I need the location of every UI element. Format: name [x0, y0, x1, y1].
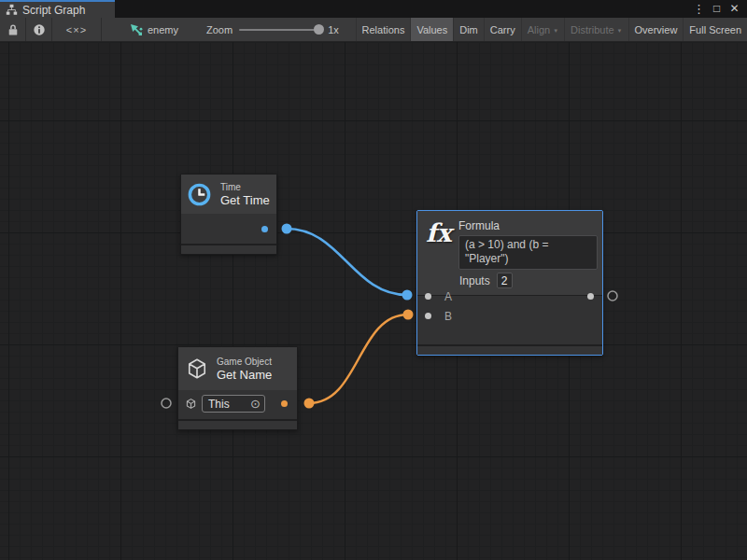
inputs-count-field[interactable]: 2	[497, 273, 513, 288]
align-label: Align	[528, 24, 550, 35]
script-graph-icon	[6, 4, 18, 16]
get-name-footer	[178, 419, 297, 429]
script-graph-window: Script Graph ⋮ □ ✕ <×>	[0, 0, 747, 560]
zoom-value: 1x	[328, 24, 339, 35]
formula-result-port[interactable]	[587, 293, 594, 300]
carry-label: Carry	[490, 24, 515, 35]
zoom-slider-handle[interactable]	[314, 24, 324, 35]
get-time-output-port[interactable]	[261, 226, 268, 232]
inputs-label: Inputs	[459, 274, 490, 287]
node-title: Formula	[458, 219, 500, 232]
values-button[interactable]: Values	[410, 18, 453, 41]
wire-endpoint-getname-output[interactable]	[304, 399, 315, 409]
distribute-button[interactable]: Distribute ▼	[564, 18, 627, 41]
getname-target-external-port[interactable]	[162, 399, 171, 408]
formula-port-a[interactable]	[425, 293, 431, 300]
formula-footer	[417, 344, 602, 355]
values-label: Values	[416, 24, 447, 35]
formula-expression-input[interactable]: (a > 10) and (b = "Player")	[458, 235, 598, 270]
get-name-header: Game Object Get Name	[178, 347, 297, 390]
relations-button[interactable]: Relations	[356, 18, 411, 41]
relations-label: Relations	[362, 24, 405, 35]
chevron-down-icon: ▼	[553, 28, 558, 34]
connections-layer	[0, 42, 747, 560]
node-get-time[interactable]: Time Get Time	[180, 174, 277, 255]
node-get-name[interactable]: Game Object Get Name This ⊙	[177, 346, 298, 430]
formula-port-b[interactable]	[425, 313, 431, 319]
tab-title: Script Graph	[22, 4, 85, 17]
get-time-labels: Time Get Time	[220, 182, 270, 207]
overview-label: Overview	[635, 24, 678, 35]
node-formula[interactable]: fx Formula (a > 10) and (b = "Player") I…	[416, 210, 603, 356]
wire-gettime-to-formula-a[interactable]	[287, 229, 407, 295]
zoom-label: Zoom	[206, 24, 233, 35]
chevron-down-icon: ▼	[617, 28, 623, 34]
align-button[interactable]: Align ▼	[521, 18, 564, 41]
clock-icon	[187, 182, 212, 207]
get-name-output-port[interactable]	[281, 400, 288, 407]
toolbar-separator	[101, 18, 102, 41]
lock-icon	[7, 23, 19, 36]
graph-canvas[interactable]: Time Get Time fx Formula (a > 10) and (b…	[0, 42, 747, 560]
overview-button[interactable]: Overview	[628, 18, 684, 41]
close-icon[interactable]: ✕	[726, 1, 742, 17]
formula-port-a-label: A	[444, 290, 452, 303]
node-title: Get Name	[217, 368, 272, 382]
target-object-dropdown[interactable]: This ⊙	[202, 395, 265, 413]
target-value: This	[208, 398, 250, 411]
graph-name: enemy	[148, 24, 178, 35]
object-picker-icon[interactable]: ⊙	[250, 398, 261, 410]
get-name-labels: Game Object Get Name	[217, 357, 272, 382]
game-object-small-cube-icon	[185, 398, 197, 410]
toolbar: <×> enemy Zoom 1x Relations Values	[0, 18, 747, 42]
titlebar: Script Graph ⋮ □ ✕	[0, 0, 747, 18]
zoom-control: Zoom 1x	[206, 18, 339, 41]
window-controls: ⋮ □ ✕	[691, 0, 747, 18]
get-time-header: Time Get Time	[181, 175, 276, 214]
info-button[interactable]	[26, 18, 51, 41]
wire-getname-to-formula-b[interactable]	[309, 315, 408, 403]
lock-button[interactable]	[0, 18, 25, 41]
fx-icon: fx	[426, 218, 452, 247]
wire-endpoint-formula-a[interactable]	[402, 290, 413, 301]
wire-endpoint-gettime-output[interactable]	[282, 224, 292, 234]
graph-breadcrumb[interactable]: enemy	[130, 18, 178, 41]
distribute-label: Distribute	[571, 24, 613, 35]
formula-port-b-label: B	[444, 310, 452, 323]
wire-endpoint-formula-b[interactable]	[403, 310, 414, 320]
zoom-slider[interactable]	[239, 29, 321, 31]
carry-button[interactable]: Carry	[484, 18, 521, 41]
game-object-cube-icon	[185, 357, 209, 381]
more-menu-icon[interactable]: ⋮	[691, 1, 707, 17]
dim-label: Dim	[459, 24, 478, 35]
node-category: Game Object	[217, 357, 272, 367]
toolbar-buttons: Relations Values Dim Carry Align ▼ Distr…	[356, 18, 747, 41]
code-icon: <×>	[66, 24, 87, 35]
graph-pointer-icon	[130, 23, 143, 36]
dim-button[interactable]: Dim	[453, 18, 484, 41]
tab-script-graph[interactable]: Script Graph	[0, 0, 115, 18]
info-icon	[33, 23, 46, 36]
formula-result-external-port[interactable]	[608, 291, 617, 301]
maximize-icon[interactable]: □	[709, 1, 725, 17]
node-category: Time	[220, 182, 270, 192]
formula-inputs-row: Inputs 2	[459, 273, 513, 288]
node-title: Get Time	[220, 193, 270, 207]
code-view-button[interactable]: <×>	[52, 18, 101, 41]
fullscreen-button[interactable]: Full Screen	[683, 18, 747, 41]
fullscreen-label: Full Screen	[689, 24, 741, 35]
get-time-footer	[181, 244, 276, 254]
